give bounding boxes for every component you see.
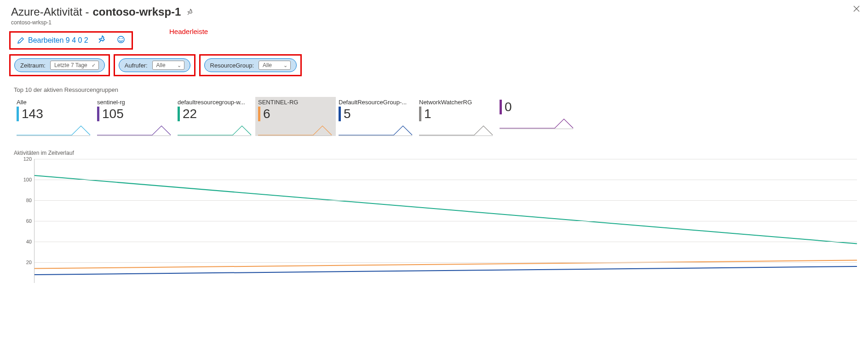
- tile-label: defaultresourcegroup-w...: [178, 99, 253, 106]
- filter-time[interactable]: Zeitraum: Letzte 7 Tage ✓: [14, 58, 105, 72]
- pin-button[interactable]: [98, 35, 107, 45]
- tile-accent-bar: [419, 107, 421, 121]
- tile-accent-bar: [97, 107, 99, 121]
- grid-line: [34, 180, 857, 180]
- pencil-icon: [17, 37, 24, 44]
- tile-label: DefaultResourceGroup-...: [339, 99, 414, 106]
- filter-rg-label: ResourceGroup:: [210, 62, 254, 69]
- tile-accent-bar: [178, 107, 180, 121]
- tile-sparkline: [419, 123, 493, 136]
- tile-accent-bar: [258, 107, 260, 121]
- chart-series-line: [34, 175, 857, 244]
- tile-value: 6: [263, 107, 270, 121]
- svg-point-6: [121, 38, 122, 39]
- resource-group-tile[interactable]: Alle 143: [14, 97, 94, 136]
- chevron-down-icon: ⌄: [283, 62, 287, 68]
- resource-group-tile[interactable]: DefaultResourceGroup-... 5: [336, 97, 416, 136]
- page-title: contoso-wrksp-1: [92, 6, 181, 18]
- tile-sparkline: [258, 123, 332, 136]
- filter-caller[interactable]: Aufrufer: Alle ⌄: [119, 58, 190, 72]
- filter-caller-highlight: Aufrufer: Alle ⌄: [114, 54, 195, 76]
- resource-group-tile[interactable]: defaultresourcegroup-w... 22: [175, 97, 255, 136]
- svg-point-5: [119, 38, 120, 39]
- chevron-down-icon: ⌄: [177, 62, 181, 68]
- tile-value: 0: [505, 100, 512, 114]
- grid-line: [34, 221, 857, 221]
- page-header: Azure-Aktivität - contoso-wrksp-1 contos…: [0, 0, 868, 28]
- page-title-prefix: Azure-Aktivität -: [11, 6, 89, 18]
- y-axis-tick: 40: [26, 239, 32, 244]
- y-axis-tick: 80: [26, 198, 32, 203]
- filter-caller-select[interactable]: Alle ⌄: [152, 61, 184, 70]
- tile-label: Alle: [17, 99, 92, 106]
- svg-point-4: [118, 36, 124, 43]
- filter-rg-highlight: ResourceGroup: Alle ⌄: [199, 54, 302, 76]
- tile-label: sentinel-rg: [97, 99, 172, 106]
- filter-time-label: Zeitraum:: [20, 62, 46, 69]
- filter-time-highlight: Zeitraum: Letzte 7 Tage ✓: [9, 54, 110, 76]
- filter-rg-select[interactable]: Alle ⌄: [259, 61, 291, 70]
- annotation-label: Headerleiste: [169, 28, 208, 35]
- tile-label: SENTINEL-RG: [258, 99, 333, 106]
- grid-line: [34, 200, 857, 201]
- filters-row: Zeitraum: Letzte 7 Tage ✓ Aufrufer: Alle…: [9, 54, 859, 76]
- tile-accent-bar: [17, 107, 19, 121]
- toolbar-highlight: Bearbeiten 9 4 0 2: [9, 31, 133, 50]
- grid-line: [34, 262, 857, 263]
- filter-resourcegroup[interactable]: ResourceGroup: Alle ⌄: [204, 58, 297, 72]
- pin-icon[interactable]: [187, 9, 194, 17]
- y-axis-tick: 100: [23, 177, 32, 182]
- tile-sparkline: [339, 123, 412, 136]
- y-axis-tick: 20: [26, 260, 32, 265]
- tile-value: 1: [424, 107, 431, 121]
- svg-line-3: [99, 40, 101, 43]
- edit-label: Bearbeiten 9 4 0 2: [28, 36, 88, 45]
- chart-area: 20406080100120: [34, 159, 857, 283]
- tile-sparkline: [17, 123, 90, 136]
- y-axis-tick: 60: [26, 218, 32, 224]
- filter-time-select[interactable]: Letzte 7 Tage ✓: [50, 61, 99, 70]
- tile-sparkline: [97, 123, 171, 136]
- grid-line: [34, 242, 857, 242]
- svg-line-0: [188, 13, 190, 15]
- tile-sparkline: [500, 116, 573, 129]
- tile-label: NetworkWatcherRG: [419, 99, 494, 106]
- chevron-down-icon: ✓: [92, 62, 96, 68]
- filter-caller-label: Aufrufer:: [125, 62, 148, 69]
- chart-title: Aktivitäten im Zeitverlauf: [14, 150, 857, 156]
- tile-value: 22: [183, 107, 197, 121]
- tile-value: 5: [344, 107, 351, 121]
- tile-sparkline: [178, 123, 251, 136]
- grid-line: [34, 159, 857, 159]
- resource-group-tile[interactable]: sentinel-rg 105: [94, 97, 175, 136]
- y-axis-tick: 120: [23, 156, 32, 162]
- tiles-section-title: Top 10 der aktiven Ressourcengruppen: [14, 86, 868, 93]
- tile-value: 143: [22, 107, 43, 121]
- tile-accent-bar: [500, 100, 502, 114]
- resource-group-tile[interactable]: SENTINEL-RG 6: [255, 97, 336, 136]
- tile-accent-bar: [339, 107, 341, 121]
- resource-group-tile[interactable]: NetworkWatcherRG 1: [416, 97, 497, 136]
- breadcrumb: contoso-wrksp-1: [11, 19, 857, 26]
- close-icon[interactable]: [853, 5, 860, 14]
- smiley-button[interactable]: [117, 35, 125, 45]
- tile-value: 105: [102, 107, 124, 121]
- tiles-row: Alle 143 sentinel-rg 105 defaultresource…: [14, 97, 868, 136]
- resource-group-tile[interactable]: 0: [497, 97, 577, 136]
- edit-button[interactable]: Bearbeiten 9 4 0 2: [17, 36, 88, 45]
